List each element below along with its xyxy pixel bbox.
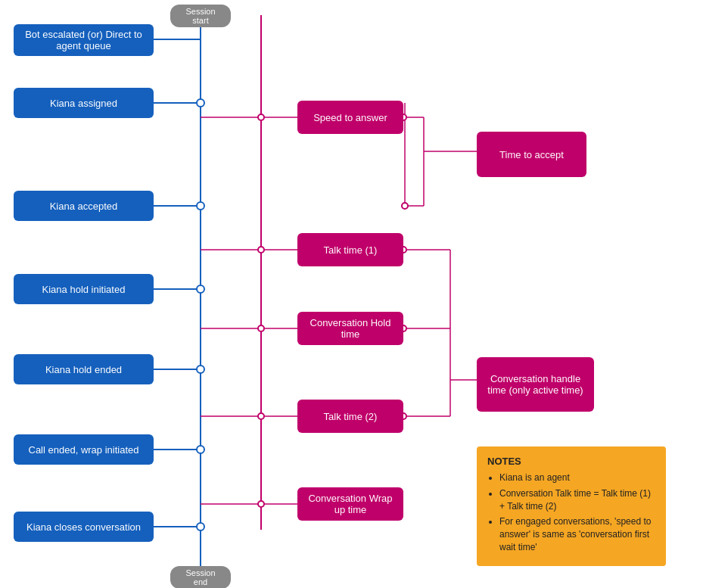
notes-item-2: Conversation Talk time = Talk time (1) +… bbox=[499, 487, 655, 513]
svg-point-17 bbox=[258, 114, 264, 120]
notes-item-3: For engaged conversations, 'speed to ans… bbox=[499, 515, 655, 553]
svg-point-11 bbox=[197, 366, 204, 373]
metric-handle-time: Conversation handle time (only active ti… bbox=[477, 357, 594, 412]
session-end-label: Session end bbox=[170, 566, 231, 588]
notes-title: NOTES bbox=[487, 456, 655, 467]
svg-point-8 bbox=[197, 99, 204, 107]
session-start-label: Session start bbox=[170, 5, 231, 27]
metric-talk-time-2: Talk time (2) bbox=[297, 400, 403, 433]
metric-hold-time: Conversation Hold time bbox=[297, 312, 403, 345]
event-hold-init: Kiana hold initiated bbox=[14, 274, 154, 304]
event-bot: Bot escalated (or) Direct to agent queue bbox=[14, 24, 154, 56]
svg-point-20 bbox=[258, 247, 264, 253]
metric-wrap-up: Conversation Wrap up time bbox=[297, 487, 403, 521]
svg-point-29 bbox=[258, 501, 264, 507]
diagram-container: Session start Bot escalated (or) Direct … bbox=[0, 0, 703, 588]
svg-point-13 bbox=[197, 523, 204, 530]
event-call-ended: Call ended, wrap initiated bbox=[14, 434, 154, 465]
event-hold-end: Kiana hold ended bbox=[14, 354, 154, 384]
metric-talk-time-1: Talk time (1) bbox=[297, 233, 403, 266]
svg-point-37 bbox=[402, 203, 408, 209]
svg-point-9 bbox=[197, 202, 204, 210]
svg-point-26 bbox=[258, 413, 264, 419]
event-accepted: Kiana accepted bbox=[14, 191, 154, 221]
svg-point-10 bbox=[197, 285, 204, 293]
notes-item-1: Kiana is an agent bbox=[499, 471, 655, 484]
notes-list: Kiana is an agent Conversation Talk time… bbox=[487, 471, 655, 554]
event-closes: Kiana closes conversation bbox=[14, 512, 154, 542]
metric-time-to-accept: Time to accept bbox=[477, 132, 586, 177]
svg-point-23 bbox=[258, 325, 264, 331]
metric-speed-to-answer: Speed to answer bbox=[297, 101, 403, 134]
event-assigned: Kiana assigned bbox=[14, 88, 154, 118]
notes-box: NOTES Kiana is an agent Conversation Tal… bbox=[477, 446, 666, 566]
svg-point-12 bbox=[197, 446, 204, 453]
